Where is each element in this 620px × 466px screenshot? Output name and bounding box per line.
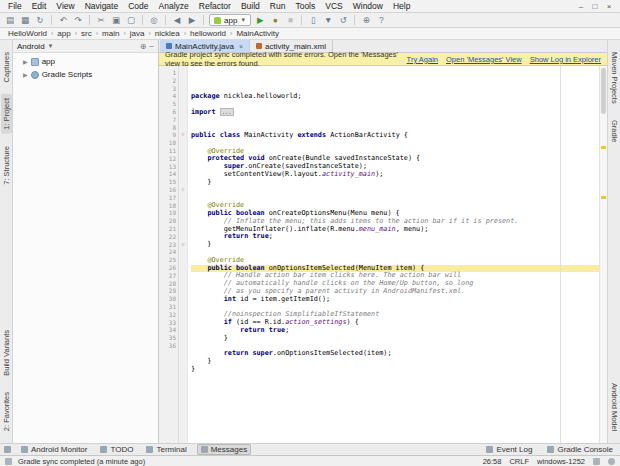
tree-item-gradle-scripts[interactable]: ▶Gradle Scripts (13, 68, 158, 81)
code-line[interactable]: return true; (191, 327, 599, 335)
expand-arrow-icon[interactable]: ▶ (23, 58, 28, 65)
editor-scrollbar[interactable] (599, 66, 607, 443)
toolwindow-button-captures[interactable]: Captures (1, 48, 12, 86)
code-line[interactable]: package nicklea.helloworld; (191, 93, 599, 101)
toolwindow-button-1-project[interactable]: 1: Project (1, 94, 12, 134)
override-marker-icon[interactable]: ○ (179, 241, 187, 249)
paste-icon[interactable]: ▢ (125, 14, 137, 26)
menu-item-analyze[interactable]: Analyze (154, 1, 194, 11)
code-line[interactable]: setContentView(R.layout.activity_main); (191, 171, 599, 179)
menu-item-code[interactable]: Code (123, 1, 153, 11)
toolwindow-switcher-icon[interactable] (4, 446, 11, 453)
code-line[interactable] (191, 116, 599, 124)
readonly-lock-icon[interactable] (593, 458, 600, 465)
undo-icon[interactable]: ↶ (57, 14, 69, 26)
menu-item-view[interactable]: View (51, 1, 79, 11)
debug-icon[interactable]: ● (269, 14, 281, 26)
code-line[interactable] (191, 187, 599, 195)
stop-icon[interactable]: ■ (284, 14, 296, 26)
banner-link-try-again[interactable]: Try Again (407, 55, 438, 64)
toolwindow-button-2-favorites[interactable]: 2: Favorites (1, 388, 12, 435)
code-line[interactable]: } (191, 335, 599, 343)
avd-manager-icon[interactable]: ▯ (307, 14, 319, 26)
sdk-manager-icon[interactable]: ▼ (322, 14, 334, 26)
toolwindow-button-gradle[interactable]: Gradle (609, 116, 620, 147)
back-icon[interactable]: ◀ (171, 14, 183, 26)
window-minimize-button[interactable]: – (576, 2, 586, 11)
window-maximize-button[interactable]: □ (590, 2, 600, 11)
menu-item-navigate[interactable]: Navigate (80, 1, 124, 11)
open-icon[interactable]: ▤ (4, 14, 16, 26)
code-line[interactable]: public class MainActivity extends Action… (191, 132, 599, 140)
forward-icon[interactable]: ▶ (186, 14, 198, 26)
code-line[interactable] (191, 140, 599, 148)
menu-item-vcs[interactable]: VCS (320, 1, 347, 11)
toolwindow-button-todo[interactable]: TODO (97, 444, 136, 455)
code-line[interactable] (191, 249, 599, 257)
menu-item-run[interactable]: Run (265, 1, 291, 11)
menu-item-window[interactable]: Window (348, 1, 388, 11)
error-stripe-mark[interactable] (601, 146, 606, 149)
breadcrumb-item-java[interactable]: java (128, 29, 147, 38)
code-line[interactable]: } (191, 366, 599, 374)
menu-item-edit[interactable]: Edit (27, 1, 52, 11)
sync-icon[interactable]: ↻ (34, 14, 46, 26)
toolwindow-button-terminal[interactable]: Terminal (143, 444, 189, 455)
override-marker-icon[interactable]: ○ (179, 186, 187, 194)
toolwindow-button-build-variants[interactable]: Build Variants (1, 326, 12, 380)
banner-link-open-messages-view[interactable]: Open 'Messages' View (446, 55, 522, 64)
help-icon[interactable]: ? (375, 14, 387, 26)
code-line[interactable]: int id = item.getItemId(); (191, 296, 599, 304)
cut-icon[interactable]: ✂ (95, 14, 107, 26)
settings-icon[interactable]: ⊕ (140, 42, 147, 51)
toolwindow-button-7-structure[interactable]: 7: Structure (1, 142, 12, 189)
code-line[interactable]: return super.onOptionsItemSelected(item)… (191, 350, 599, 358)
encoding-indicator[interactable]: windows-1252 (537, 457, 585, 466)
inspections-profile-icon[interactable] (608, 458, 615, 465)
code-line[interactable]: } (191, 358, 599, 366)
toolwindow-button-gradle-console[interactable]: Gradle Console (544, 444, 616, 455)
redo-icon[interactable]: ↷ (72, 14, 84, 26)
line-separator-indicator[interactable]: CRLF (509, 457, 529, 466)
save-all-icon[interactable]: ▦ (19, 14, 31, 26)
scrollbar-thumb[interactable] (601, 68, 606, 114)
tree-item-app[interactable]: ▶app (13, 55, 158, 68)
toolwindow-button-maven-projects[interactable]: Maven Projects (609, 48, 620, 108)
breadcrumb-item-nicklea[interactable]: nicklea (153, 29, 182, 38)
code-line[interactable]: } (191, 241, 599, 249)
code-line[interactable] (191, 194, 599, 202)
code-line[interactable]: } (191, 179, 599, 187)
project-view-selector[interactable]: Android (17, 42, 45, 51)
gradle-sync-icon[interactable]: ↺ (337, 14, 349, 26)
error-stripe-mark[interactable] (601, 196, 606, 199)
toolwindow-button-messages[interactable]: Messages (197, 444, 251, 455)
status-grid-icon[interactable] (5, 458, 12, 465)
code-editor[interactable]: package nicklea.helloworld;import ...pub… (188, 66, 599, 443)
code-line[interactable]: return true; (191, 233, 599, 241)
toolwindow-button-android-monitor[interactable]: Android Monitor (18, 444, 90, 455)
code-line[interactable]: import ... (191, 109, 599, 117)
caret-position[interactable]: 26:58 (483, 457, 502, 466)
menu-item-tools[interactable]: Tools (290, 1, 320, 11)
window-close-button[interactable]: × (604, 2, 614, 11)
toolwindow-button-android-model[interactable]: Android Model (609, 379, 620, 435)
banner-link-show-log-in-explorer[interactable]: Show Log in Explorer (530, 55, 601, 64)
menu-item-refactor[interactable]: Refactor (194, 1, 236, 11)
breadcrumb-item-mainactivity[interactable]: MainActivity (234, 29, 281, 38)
menu-item-build[interactable]: Build (236, 1, 265, 11)
copy-icon[interactable]: ▣ (110, 14, 122, 26)
run-icon[interactable]: ▶ (254, 14, 266, 26)
menu-item-help[interactable]: Help (388, 1, 415, 11)
close-tab-icon[interactable]: × (239, 43, 243, 50)
expand-arrow-icon[interactable]: ▶ (23, 71, 28, 78)
line-number-gutter[interactable]: 1234567891011121314151617181920212223242… (159, 66, 179, 443)
override-marker-icon[interactable]: ○ (179, 131, 187, 139)
breadcrumb-item-main[interactable]: main (100, 29, 121, 38)
settings-icon[interactable]: ⊕ (360, 14, 372, 26)
breadcrumb-item-app[interactable]: app (55, 29, 72, 38)
breadcrumb-item-src[interactable]: src (79, 29, 94, 38)
breadcrumb-item-helloworld[interactable]: helloworld (188, 29, 228, 38)
menu-item-file[interactable]: File (3, 1, 27, 11)
collapse-all-icon[interactable]: − (149, 42, 154, 51)
toolwindow-button-event-log[interactable]: Event Log (483, 444, 535, 455)
